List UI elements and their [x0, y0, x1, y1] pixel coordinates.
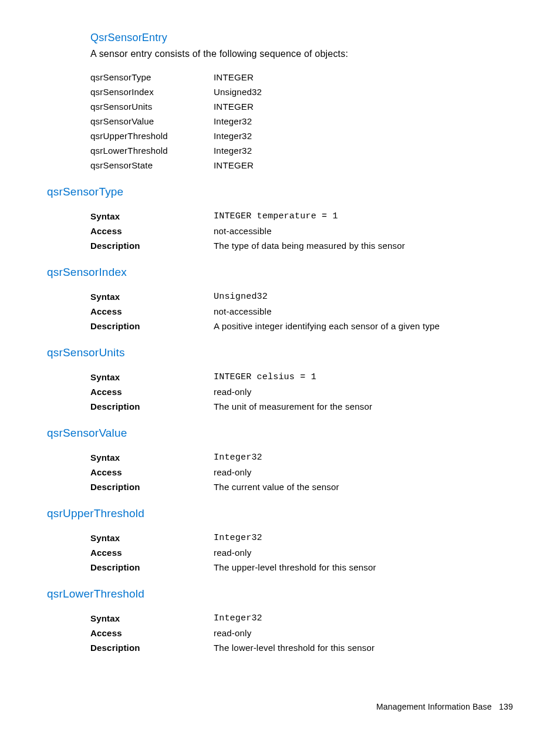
heading-qsrsensorentry: QsrSensorEntry [90, 32, 513, 44]
label-access: Access [90, 384, 214, 399]
value-description: A positive integer identifying each sens… [214, 319, 440, 333]
defn-table: SyntaxINTEGER temperature = 1Accessnot-a… [90, 209, 405, 253]
value-syntax: Integer32 [214, 611, 375, 626]
table-row: qsrLowerThresholdInteger32 [90, 143, 262, 158]
table-row: SyntaxInteger32 [90, 531, 376, 545]
label-description: Description [90, 238, 214, 253]
entry-intro: A sensor entry consists of the following… [90, 49, 513, 59]
entry-sequence-table: qsrSensorTypeINTEGERqsrSensorIndexUnsign… [90, 70, 262, 173]
table-row: SyntaxInteger32 [90, 450, 339, 465]
label-description: Description [90, 640, 214, 655]
label-syntax: Syntax [90, 531, 214, 545]
label-description: Description [90, 480, 214, 494]
label-access: Access [90, 224, 214, 238]
label-syntax: Syntax [90, 209, 214, 224]
label-syntax: Syntax [90, 289, 214, 304]
label-description: Description [90, 319, 214, 333]
value-description: The lower-level threshold for this senso… [214, 640, 375, 655]
sequence-type: Integer32 [214, 129, 262, 143]
sequence-name: qsrSensorIndex [90, 85, 214, 99]
label-access: Access [90, 465, 214, 480]
value-access: read-only [214, 626, 375, 640]
sequence-type: INTEGER [214, 158, 262, 173]
table-row: Accessread-only [90, 384, 372, 399]
value-syntax: Integer32 [214, 450, 339, 465]
defn-table: SyntaxInteger32Accessread-onlyDescriptio… [90, 531, 376, 575]
value-syntax: INTEGER temperature = 1 [214, 209, 405, 224]
sequence-type: Integer32 [214, 143, 262, 158]
sequence-name: qsrSensorType [90, 70, 214, 85]
sequence-name: qsrSensorState [90, 158, 214, 173]
label-access: Access [90, 626, 214, 640]
value-description: The current value of the sensor [214, 480, 339, 494]
label-syntax: Syntax [90, 450, 214, 465]
value-access: read-only [214, 384, 372, 399]
table-row: qsrSensorValueInteger32 [90, 114, 262, 129]
value-access: not-accessible [214, 304, 440, 319]
label-syntax: Syntax [90, 611, 214, 626]
sequence-name: qsrSensorValue [90, 114, 214, 129]
label-syntax: Syntax [90, 370, 214, 384]
sequence-type: INTEGER [214, 99, 262, 114]
value-description: The unit of measurement for the sensor [214, 399, 372, 414]
table-row: DescriptionThe current value of the sens… [90, 480, 339, 494]
section-heading: qsrUpperThreshold [47, 507, 513, 520]
section-heading: qsrSensorValue [47, 427, 513, 440]
section-heading: qsrSensorType [47, 185, 513, 198]
table-row: DescriptionA positive integer identifyin… [90, 319, 440, 333]
label-access: Access [90, 304, 214, 319]
sequence-type: INTEGER [214, 70, 262, 85]
value-syntax: Unsigned32 [214, 289, 440, 304]
defn-table: SyntaxINTEGER celsius = 1Accessread-only… [90, 370, 372, 414]
section-heading: qsrSensorIndex [47, 266, 513, 279]
table-row: SyntaxINTEGER celsius = 1 [90, 370, 372, 384]
sequence-name: qsrUpperThreshold [90, 129, 214, 143]
value-description: The type of data being measured by this … [214, 238, 405, 253]
page: QsrSensorEntry A sensor entry consists o… [0, 0, 560, 746]
table-row: qsrSensorUnitsINTEGER [90, 99, 262, 114]
table-row: SyntaxInteger32 [90, 611, 375, 626]
table-row: DescriptionThe upper-level threshold for… [90, 560, 376, 575]
table-row: DescriptionThe lower-level threshold for… [90, 640, 375, 655]
table-row: Accessnot-accessible [90, 304, 440, 319]
label-description: Description [90, 560, 214, 575]
footer-page-number: 139 [499, 702, 513, 711]
section-heading: qsrSensorUnits [47, 346, 513, 359]
value-syntax: INTEGER celsius = 1 [214, 370, 372, 384]
label-description: Description [90, 399, 214, 414]
value-access: not-accessible [214, 224, 405, 238]
table-row: SyntaxUnsigned32 [90, 289, 440, 304]
value-description: The upper-level threshold for this senso… [214, 560, 376, 575]
value-access: read-only [214, 545, 376, 560]
table-row: DescriptionThe type of data being measur… [90, 238, 405, 253]
table-row: Accessread-only [90, 465, 339, 480]
table-row: qsrSensorIndexUnsigned32 [90, 85, 262, 99]
sequence-type: Integer32 [214, 114, 262, 129]
footer-title: Management Information Base [376, 702, 492, 711]
table-row: qsrUpperThresholdInteger32 [90, 129, 262, 143]
table-row: Accessread-only [90, 545, 376, 560]
value-access: read-only [214, 465, 339, 480]
footer: Management Information Base 139 [47, 702, 513, 711]
label-access: Access [90, 545, 214, 560]
defn-table: SyntaxInteger32Accessread-onlyDescriptio… [90, 450, 339, 494]
section-heading: qsrLowerThreshold [47, 588, 513, 600]
table-row: DescriptionThe unit of measurement for t… [90, 399, 372, 414]
value-syntax: Integer32 [214, 531, 376, 545]
table-row: SyntaxINTEGER temperature = 1 [90, 209, 405, 224]
sequence-type: Unsigned32 [214, 85, 262, 99]
table-row: qsrSensorTypeINTEGER [90, 70, 262, 85]
defn-table: SyntaxUnsigned32Accessnot-accessibleDesc… [90, 289, 440, 333]
defn-table: SyntaxInteger32Accessread-onlyDescriptio… [90, 611, 375, 655]
table-row: Accessread-only [90, 626, 375, 640]
table-row: Accessnot-accessible [90, 224, 405, 238]
table-row: qsrSensorStateINTEGER [90, 158, 262, 173]
sequence-name: qsrLowerThreshold [90, 143, 214, 158]
sequence-name: qsrSensorUnits [90, 99, 214, 114]
